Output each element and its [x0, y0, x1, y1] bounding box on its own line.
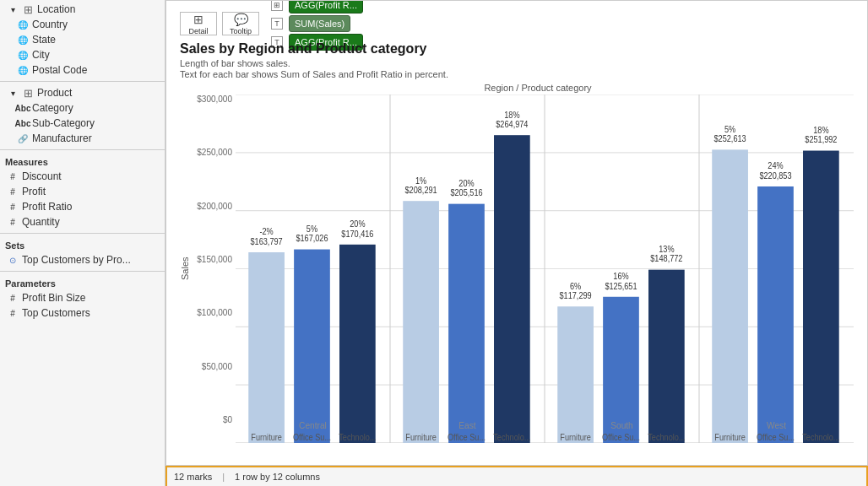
y-axis-label: Sales — [180, 94, 190, 443]
pill-agg-profit-1[interactable]: AGG(Profit R... — [289, 0, 363, 14]
profit-bin-label: Profit Bin Size — [22, 292, 85, 304]
sidebar-product-header[interactable]: ▾ ⊞ Product — [0, 85, 165, 100]
sidebar-item-top-customers[interactable]: ⊙ Top Customers by Pro... — [0, 252, 165, 267]
bar-east-furniture[interactable] — [403, 201, 439, 443]
measures-header: Measures — [0, 154, 165, 169]
sidebar-item-subcategory[interactable]: Abc Sub-Category — [0, 116, 165, 131]
abc-icon: Abc — [17, 117, 29, 129]
sidebar-item-profit[interactable]: # Profit — [0, 184, 165, 199]
svg-text:Technolo...: Technolo... — [339, 432, 376, 442]
status-bar: 12 marks | 1 row by 12 columns — [165, 466, 868, 486]
detail-icon: ⊞ — [193, 13, 203, 26]
svg-text:$125,651: $125,651 — [605, 281, 637, 291]
divider — [0, 233, 165, 234]
pill-sum-sales[interactable]: SUM(Sales) — [289, 15, 350, 32]
chart-title: Sales by Region and Product category — [180, 41, 854, 57]
globe-icon: 🌐 — [17, 19, 29, 30]
svg-text:1%: 1% — [415, 176, 427, 186]
bar-west-tech[interactable] — [803, 151, 839, 443]
pill-type-icon: T — [271, 18, 283, 30]
y-tick-50k: $50,000 — [202, 362, 232, 371]
svg-text:$220,853: $220,853 — [759, 170, 791, 181]
chevron-down-icon: ▾ — [7, 87, 19, 99]
sidebar-item-profit-bin[interactable]: # Profit Bin Size — [0, 290, 165, 305]
svg-text:West: West — [767, 419, 786, 430]
divider — [0, 271, 165, 272]
top-customers-label: Top Customers by Pro... — [22, 254, 131, 266]
svg-text:Furniture: Furniture — [560, 432, 591, 442]
tooltip-icon: 💬 — [234, 13, 248, 26]
y-tick-0: $0 — [223, 415, 232, 424]
hierarchy-icon: ⊞ — [22, 87, 34, 99]
svg-text:13%: 13% — [659, 244, 675, 254]
chart-subtitle1: Length of bar shows sales. — [180, 58, 854, 68]
svg-text:$251,992: $251,992 — [805, 135, 837, 145]
location-section: ▾ ⊞ Location 🌐 Country 🌐 State 🌐 City 🌐 … — [0, 0, 165, 79]
bar-south-furniture[interactable] — [557, 306, 594, 443]
y-tick-250k: $250,000 — [197, 148, 232, 157]
detail-button[interactable]: ⊞ Detail — [180, 12, 217, 35]
svg-text:18%: 18% — [504, 110, 520, 120]
sidebar-location-header[interactable]: ▾ ⊞ Location — [0, 2, 165, 17]
globe-icon: 🌐 — [17, 64, 29, 76]
sidebar-item-manufacturer[interactable]: 🔗 Manufacturer — [0, 131, 165, 146]
bar-east-tech[interactable] — [494, 135, 530, 443]
svg-text:Office Su...: Office Su... — [448, 432, 486, 442]
sidebar-item-quantity[interactable]: # Quantity — [0, 214, 165, 230]
bar-central-tech[interactable] — [339, 245, 376, 443]
svg-text:Furniture: Furniture — [251, 432, 282, 442]
svg-text:20%: 20% — [350, 219, 366, 230]
svg-text:24%: 24% — [768, 161, 784, 171]
sidebar-item-state[interactable]: 🌐 State — [0, 32, 165, 47]
bar-west-furniture[interactable] — [712, 149, 748, 443]
hash-icon: # — [7, 201, 19, 213]
product-section: ▾ ⊞ Product Abc Category Abc Sub-Categor… — [0, 84, 165, 148]
subcategory-label: Sub-Category — [32, 117, 95, 129]
quantity-label: Quantity — [22, 216, 60, 228]
svg-text:Technolo...: Technolo... — [493, 432, 530, 442]
svg-text:Furniture: Furniture — [714, 432, 746, 442]
sidebar-item-discount[interactable]: # Discount — [0, 169, 165, 184]
svg-text:18%: 18% — [813, 125, 829, 135]
sidebar-item-category[interactable]: Abc Category — [0, 100, 165, 116]
sidebar-item-city[interactable]: 🌐 City — [0, 47, 165, 62]
svg-text:$148,772: $148,772 — [650, 254, 682, 264]
svg-text:$264,974: $264,974 — [496, 119, 529, 129]
svg-text:South: South — [610, 419, 633, 430]
product-label: Product — [37, 87, 72, 99]
discount-label: Discount — [22, 170, 62, 182]
svg-text:Office Su...: Office Su... — [757, 432, 795, 442]
top-customers-param-label: Top Customers — [22, 307, 90, 319]
svg-text:5%: 5% — [724, 124, 736, 134]
bar-south-tech[interactable] — [648, 270, 685, 443]
y-tick-150k: $150,000 — [197, 255, 232, 264]
svg-text:Office Su...: Office Su... — [602, 432, 640, 442]
state-label: State — [32, 34, 56, 46]
sidebar-item-country[interactable]: 🌐 Country — [0, 17, 165, 32]
svg-text:East: East — [458, 419, 475, 430]
sidebar-item-postal[interactable]: 🌐 Postal Code — [0, 62, 165, 78]
paperclip-icon: 🔗 — [17, 132, 29, 144]
bar-central-furniture[interactable] — [248, 252, 285, 443]
bar-east-office[interactable] — [448, 204, 485, 443]
hash-icon: # — [7, 292, 19, 304]
postal-label: Postal Code — [32, 64, 87, 76]
sidebar-item-profit-ratio[interactable]: # Profit Ratio — [0, 199, 165, 214]
sets-section: Sets ⊙ Top Customers by Pro... — [0, 235, 165, 269]
profit-label: Profit — [22, 186, 46, 197]
svg-text:Office Su...: Office Su... — [293, 432, 331, 442]
measures-section: Measures # Discount # Profit # Profit Ra… — [0, 152, 165, 231]
svg-text:$252,613: $252,613 — [714, 134, 746, 144]
manufacturer-label: Manufacturer — [32, 132, 92, 144]
svg-text:$167,026: $167,026 — [296, 234, 328, 244]
sidebar-item-top-customers-param[interactable]: # Top Customers — [0, 305, 165, 321]
hash-icon: # — [7, 186, 19, 197]
tooltip-button[interactable]: 💬 Tooltip — [222, 12, 259, 35]
pill-type-icon: ⊞ — [271, 0, 283, 11]
sets-header: Sets — [0, 237, 165, 252]
svg-text:Central: Central — [299, 419, 327, 430]
svg-text:Technolo...: Technolo... — [802, 432, 839, 442]
hash-icon: # — [7, 307, 19, 319]
bar-central-office[interactable] — [294, 250, 330, 443]
bar-west-office[interactable] — [757, 186, 794, 443]
